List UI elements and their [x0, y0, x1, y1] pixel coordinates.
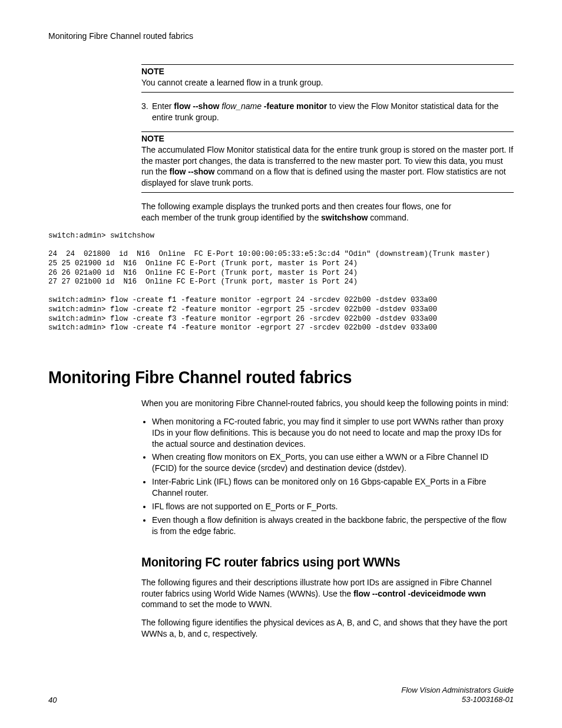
running-header: Monitoring Fibre Channel routed fabrics	[48, 31, 514, 41]
page-footer: 40 Flow Vision Administrators Guide 53-1…	[48, 686, 514, 705]
code-block-switchshow: switch:admin> switchshow 24 24 021800 id…	[48, 232, 514, 333]
step-text: Enter flow --show flow_name -feature mon…	[152, 101, 514, 123]
text: command to set the mode to WWN.	[141, 599, 272, 609]
note-block-1: NOTE You cannot create a learned flow in…	[141, 64, 514, 93]
text: command.	[368, 213, 408, 222]
list-item: When creating flow monitors on EX_Ports,…	[152, 452, 514, 474]
command: switchshow	[321, 213, 368, 222]
command: flow --show	[174, 101, 219, 111]
wwn-paragraph-1: The following figures and their descript…	[141, 577, 514, 611]
command: -feature monitor	[264, 101, 327, 111]
example-intro: The following example displays the trunk…	[141, 201, 459, 223]
command: flow --show	[169, 167, 214, 176]
list-item: Even though a flow definition is always …	[152, 515, 514, 537]
section-heading: Monitoring Fibre Channel routed fabrics	[48, 367, 477, 387]
note-body: You cannot create a learned flow in a tr…	[141, 77, 514, 88]
note-label: NOTE	[141, 134, 514, 143]
footer-doc-number: 53-1003168-01	[401, 695, 514, 704]
bullet-list: When monitoring a FC-routed fabric, you …	[141, 416, 514, 537]
subsection-heading: Monitoring FC router fabrics using port …	[141, 555, 484, 570]
note-block-2: NOTE The accumulated Flow Monitor statis…	[141, 131, 514, 193]
list-item: IFL flows are not supported on E_Ports o…	[152, 501, 514, 512]
page-number: 40	[48, 696, 57, 704]
text: Enter	[152, 101, 174, 111]
step-3: 3. Enter flow --show flow_name -feature …	[141, 101, 514, 123]
wwn-paragraph-2: The following figure identifies the phys…	[141, 617, 514, 640]
arg: flow_name	[219, 101, 263, 111]
step-number: 3.	[141, 101, 152, 123]
note-label: NOTE	[141, 67, 514, 76]
command: flow --control -deviceidmode wwn	[353, 589, 486, 598]
list-item: Inter-Fabric Link (IFL) flows can be mon…	[152, 476, 514, 499]
note-body: The accumulated Flow Monitor statistical…	[141, 144, 514, 189]
footer-guide-title: Flow Vision Administrators Guide	[401, 686, 514, 695]
list-item: When monitoring a FC-routed fabric, you …	[152, 416, 514, 450]
intro-paragraph: When you are monitoring Fibre Channel-ro…	[141, 398, 514, 409]
